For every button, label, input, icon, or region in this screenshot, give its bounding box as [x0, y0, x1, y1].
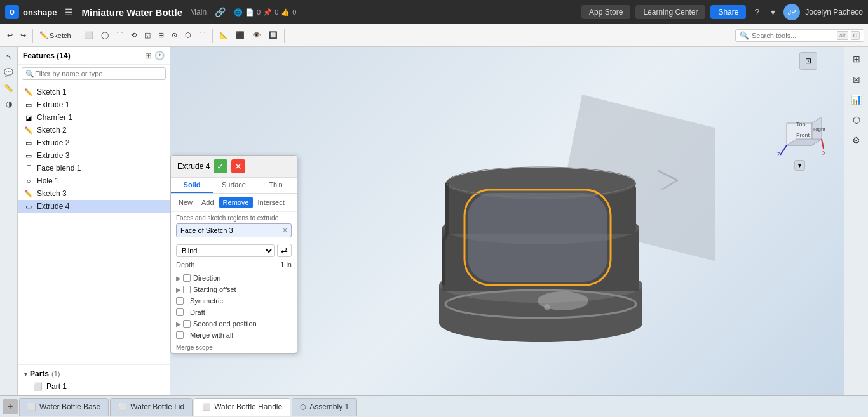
feature-item-sketch3[interactable]: ✏️ Sketch 3 [18, 187, 170, 200]
search-icon: 🔍 [740, 31, 749, 40]
features-layout-icon[interactable]: ⊞ [145, 51, 152, 60]
right-tool-5[interactable]: ⚙ [847, 131, 866, 150]
hamburger-button[interactable]: ☰ [62, 6, 76, 18]
revolve-tool[interactable]: ⊙ [168, 29, 180, 41]
parts-header[interactable]: ▾ Parts (1) [18, 367, 170, 380]
zoom-fit-button[interactable]: ⊡ [799, 52, 817, 70]
topbar: O onshape ☰ Miniature Water Bottle Main … [0, 0, 868, 24]
measure-left-tool[interactable]: 📏 [2, 81, 16, 95]
extrude-tool[interactable]: ⊞ [155, 29, 167, 41]
section-tool[interactable]: ⬛ [233, 29, 248, 41]
direction-row[interactable]: ▶ Direction [171, 272, 297, 284]
direction-checkbox[interactable] [183, 274, 191, 282]
op-intersect[interactable]: Intersect [254, 197, 288, 208]
part-item-1[interactable]: ⬜ Part 1 [18, 380, 170, 393]
undo-button[interactable]: ↩ [4, 29, 16, 41]
right-tool-3[interactable]: 📊 [847, 90, 866, 109]
draft-row[interactable]: Draft [171, 307, 297, 318]
tab-solid[interactable]: Solid [171, 178, 213, 193]
op-remove[interactable]: Remove [219, 197, 253, 208]
merge-with-all-row[interactable]: Merge with all [171, 329, 297, 341]
display-tool[interactable]: 🔲 [266, 29, 281, 41]
second-end-checkbox[interactable] [183, 320, 191, 328]
chevron-down-icon[interactable]: ▾ [768, 6, 778, 18]
starting-offset-row[interactable]: ▶ Starting offset [171, 284, 297, 295]
transform-tool[interactable]: ⟲ [128, 29, 140, 41]
op-add[interactable]: Add [198, 197, 218, 208]
extrude-type-select[interactable]: Blind Up to Next Up to Part Through All … [176, 244, 275, 257]
add-tab-button[interactable]: + [3, 399, 18, 414]
onshape-logo-icon: O [5, 5, 19, 19]
loft-tool[interactable]: ⬡ [182, 29, 194, 41]
filter-box: 🔍 [18, 65, 170, 83]
tab-water-bottle-lid[interactable]: ⬜ Water Bottle Lid [110, 398, 193, 416]
feature-item-extrude2[interactable]: ▭ Extrude 2 [18, 136, 170, 149]
learning-center-button[interactable]: Learning Center [635, 5, 705, 19]
link-icon[interactable]: 🔗 [212, 6, 229, 18]
square-tool[interactable]: ⬜ [81, 29, 97, 41]
curve-tool[interactable]: ⌒ [113, 29, 126, 42]
extrude-cancel-button[interactable]: ✕ [231, 159, 245, 173]
right-tool-2[interactable]: ⊠ [847, 70, 866, 89]
measure-tool[interactable]: 📐 [216, 29, 231, 41]
nav-cube[interactable]: Front Right Top Z X ▾ [774, 110, 825, 161]
sketch-button[interactable]: ✏️ Sketch [36, 29, 74, 41]
doc-icon: 📄 [245, 8, 254, 17]
feature-item-sketch2[interactable]: ✏️ Sketch 2 [18, 124, 170, 136]
features-header: Features (14) ⊞ 🕐 [18, 47, 170, 65]
tab-water-bottle-handle[interactable]: ⬜ Water Bottle Handle [194, 398, 290, 416]
starting-offset-checkbox[interactable] [183, 286, 191, 293]
svg-text:X: X [822, 150, 825, 156]
tab-water-bottle-base[interactable]: ⬜ Water Bottle Base [19, 398, 109, 416]
second-end-row[interactable]: ▶ Second end position [171, 318, 297, 329]
sketch2-label: Sketch 2 [37, 126, 67, 135]
merge-scope-label: Merge scope [176, 344, 292, 351]
symmetric-row[interactable]: Symmetric [171, 295, 297, 307]
feature-item-sketch1[interactable]: ✏️ Sketch 1 [18, 86, 170, 98]
view-tool[interactable]: 👁️ [249, 29, 264, 41]
tab-thin[interactable]: Thin [255, 178, 297, 193]
extrude-confirm-button[interactable]: ✓ [214, 159, 227, 173]
right-tool-4[interactable]: ⬡ [847, 110, 866, 129]
flip-direction-button[interactable]: ⇄ [277, 244, 292, 257]
filter-input[interactable] [22, 67, 166, 80]
redo-button[interactable]: ↪ [17, 29, 29, 41]
feature-item-extrude1[interactable]: ▭ Extrude 1 [18, 98, 170, 111]
parts-count: (1) [51, 370, 60, 378]
tab-surface[interactable]: Surface [213, 178, 255, 193]
circle-tool[interactable]: ◯ [98, 29, 112, 41]
share-button[interactable]: Share [710, 5, 746, 19]
user-name[interactable]: Jocelyn Pacheco [805, 8, 863, 17]
tab-assembly-1[interactable]: ⬡ Assembly 1 [292, 398, 357, 416]
right-tool-1[interactable]: ⊞ [847, 50, 866, 69]
face-remove-icon[interactable]: × [283, 226, 287, 235]
face-value-text: Face of Sketch 3 [180, 227, 280, 234]
viewport-right-tools: ⊡ [799, 52, 817, 70]
fillet-tool[interactable]: ◱ [141, 29, 154, 41]
separator-2 [78, 29, 78, 43]
sweep-tool[interactable]: ⌒ [196, 29, 209, 42]
search-box[interactable]: 🔍 alt C [735, 29, 864, 42]
feature-item-extrude4[interactable]: ▭ Extrude 4 [18, 200, 170, 213]
logo[interactable]: O onshape [5, 5, 57, 19]
feature-item-extrude3[interactable]: ▭ Extrude 3 [18, 149, 170, 162]
feature-item-chamfer1[interactable]: ◪ Chamfer 1 [18, 111, 170, 124]
avatar[interactable]: JP [783, 4, 800, 20]
viewport[interactable]: Extrude 4 ✓ ✕ Solid Surface Thin New Add… [170, 47, 844, 395]
op-new[interactable]: New [175, 197, 196, 208]
search-input[interactable] [752, 32, 834, 39]
pointer-tool[interactable]: ↖ [2, 50, 16, 63]
app-store-button[interactable]: App Store [581, 5, 630, 19]
view-options-button[interactable]: ▾ [794, 160, 805, 171]
feature-item-faceblend1[interactable]: ⌒ Face blend 1 [18, 162, 170, 175]
svg-point-13 [544, 304, 550, 310]
extrude3-label: Extrude 3 [37, 151, 69, 160]
features-clock-icon[interactable]: 🕐 [154, 51, 165, 60]
help-button[interactable]: ? [751, 6, 763, 18]
comment-tool[interactable]: 💬 [2, 65, 16, 79]
draft-checkbox[interactable] [176, 308, 184, 316]
merge-with-all-checkbox[interactable] [176, 331, 184, 339]
appearance-tool[interactable]: ◑ [2, 97, 16, 111]
symmetric-checkbox[interactable] [176, 297, 184, 305]
feature-item-hole1[interactable]: ○ Hole 1 [18, 175, 170, 187]
